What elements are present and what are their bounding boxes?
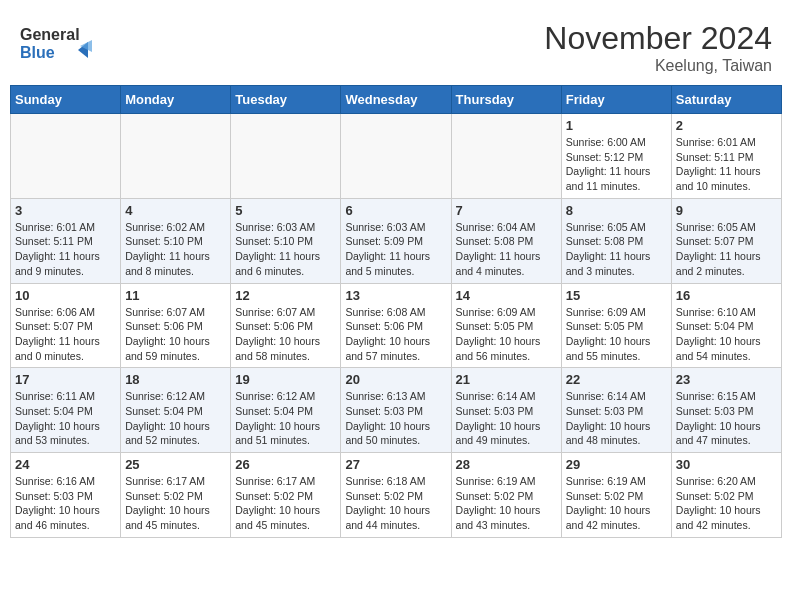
calendar-cell: 21Sunrise: 6:14 AMSunset: 5:03 PMDayligh… xyxy=(451,368,561,453)
calendar-cell: 13Sunrise: 6:08 AMSunset: 5:06 PMDayligh… xyxy=(341,283,451,368)
day-info: Sunrise: 6:01 AMSunset: 5:11 PMDaylight:… xyxy=(676,135,777,194)
day-info: Sunrise: 6:03 AMSunset: 5:10 PMDaylight:… xyxy=(235,220,336,279)
calendar-week-row: 1Sunrise: 6:00 AMSunset: 5:12 PMDaylight… xyxy=(11,114,782,199)
calendar-week-row: 10Sunrise: 6:06 AMSunset: 5:07 PMDayligh… xyxy=(11,283,782,368)
day-number: 4 xyxy=(125,203,226,218)
calendar-cell xyxy=(121,114,231,199)
day-number: 1 xyxy=(566,118,667,133)
day-number: 23 xyxy=(676,372,777,387)
day-info: Sunrise: 6:12 AMSunset: 5:04 PMDaylight:… xyxy=(125,389,226,448)
day-number: 19 xyxy=(235,372,336,387)
day-info: Sunrise: 6:14 AMSunset: 5:03 PMDaylight:… xyxy=(566,389,667,448)
calendar-cell: 14Sunrise: 6:09 AMSunset: 5:05 PMDayligh… xyxy=(451,283,561,368)
day-number: 18 xyxy=(125,372,226,387)
logo: General Blue xyxy=(20,20,100,69)
calendar-cell: 11Sunrise: 6:07 AMSunset: 5:06 PMDayligh… xyxy=(121,283,231,368)
calendar-cell: 17Sunrise: 6:11 AMSunset: 5:04 PMDayligh… xyxy=(11,368,121,453)
calendar-cell xyxy=(11,114,121,199)
calendar-cell: 15Sunrise: 6:09 AMSunset: 5:05 PMDayligh… xyxy=(561,283,671,368)
calendar-cell: 26Sunrise: 6:17 AMSunset: 5:02 PMDayligh… xyxy=(231,453,341,538)
day-number: 25 xyxy=(125,457,226,472)
day-number: 15 xyxy=(566,288,667,303)
day-number: 5 xyxy=(235,203,336,218)
location: Keelung, Taiwan xyxy=(544,57,772,75)
calendar-cell: 7Sunrise: 6:04 AMSunset: 5:08 PMDaylight… xyxy=(451,198,561,283)
day-info: Sunrise: 6:05 AMSunset: 5:07 PMDaylight:… xyxy=(676,220,777,279)
calendar-cell: 16Sunrise: 6:10 AMSunset: 5:04 PMDayligh… xyxy=(671,283,781,368)
calendar-cell: 19Sunrise: 6:12 AMSunset: 5:04 PMDayligh… xyxy=(231,368,341,453)
day-number: 20 xyxy=(345,372,446,387)
calendar-cell xyxy=(341,114,451,199)
day-number: 16 xyxy=(676,288,777,303)
day-info: Sunrise: 6:05 AMSunset: 5:08 PMDaylight:… xyxy=(566,220,667,279)
calendar-cell: 1Sunrise: 6:00 AMSunset: 5:12 PMDaylight… xyxy=(561,114,671,199)
day-info: Sunrise: 6:19 AMSunset: 5:02 PMDaylight:… xyxy=(456,474,557,533)
day-info: Sunrise: 6:02 AMSunset: 5:10 PMDaylight:… xyxy=(125,220,226,279)
calendar-cell: 9Sunrise: 6:05 AMSunset: 5:07 PMDaylight… xyxy=(671,198,781,283)
day-info: Sunrise: 6:16 AMSunset: 5:03 PMDaylight:… xyxy=(15,474,116,533)
weekday-header: Thursday xyxy=(451,86,561,114)
day-number: 22 xyxy=(566,372,667,387)
day-info: Sunrise: 6:10 AMSunset: 5:04 PMDaylight:… xyxy=(676,305,777,364)
day-info: Sunrise: 6:17 AMSunset: 5:02 PMDaylight:… xyxy=(235,474,336,533)
day-number: 26 xyxy=(235,457,336,472)
calendar-cell: 20Sunrise: 6:13 AMSunset: 5:03 PMDayligh… xyxy=(341,368,451,453)
day-number: 8 xyxy=(566,203,667,218)
calendar-cell: 6Sunrise: 6:03 AMSunset: 5:09 PMDaylight… xyxy=(341,198,451,283)
calendar-cell: 24Sunrise: 6:16 AMSunset: 5:03 PMDayligh… xyxy=(11,453,121,538)
weekday-header: Saturday xyxy=(671,86,781,114)
calendar-cell: 18Sunrise: 6:12 AMSunset: 5:04 PMDayligh… xyxy=(121,368,231,453)
calendar-cell: 5Sunrise: 6:03 AMSunset: 5:10 PMDaylight… xyxy=(231,198,341,283)
day-number: 14 xyxy=(456,288,557,303)
day-number: 10 xyxy=(15,288,116,303)
day-number: 29 xyxy=(566,457,667,472)
day-info: Sunrise: 6:08 AMSunset: 5:06 PMDaylight:… xyxy=(345,305,446,364)
day-info: Sunrise: 6:09 AMSunset: 5:05 PMDaylight:… xyxy=(456,305,557,364)
day-info: Sunrise: 6:07 AMSunset: 5:06 PMDaylight:… xyxy=(235,305,336,364)
day-info: Sunrise: 6:09 AMSunset: 5:05 PMDaylight:… xyxy=(566,305,667,364)
calendar-cell: 3Sunrise: 6:01 AMSunset: 5:11 PMDaylight… xyxy=(11,198,121,283)
calendar-cell xyxy=(231,114,341,199)
day-number: 6 xyxy=(345,203,446,218)
day-info: Sunrise: 6:13 AMSunset: 5:03 PMDaylight:… xyxy=(345,389,446,448)
day-number: 13 xyxy=(345,288,446,303)
month-title: November 2024 xyxy=(544,20,772,57)
day-info: Sunrise: 6:15 AMSunset: 5:03 PMDaylight:… xyxy=(676,389,777,448)
weekday-header: Monday xyxy=(121,86,231,114)
day-number: 21 xyxy=(456,372,557,387)
calendar-cell xyxy=(451,114,561,199)
day-number: 17 xyxy=(15,372,116,387)
calendar-cell: 28Sunrise: 6:19 AMSunset: 5:02 PMDayligh… xyxy=(451,453,561,538)
calendar-header-row: SundayMondayTuesdayWednesdayThursdayFrid… xyxy=(11,86,782,114)
calendar-cell: 22Sunrise: 6:14 AMSunset: 5:03 PMDayligh… xyxy=(561,368,671,453)
day-info: Sunrise: 6:03 AMSunset: 5:09 PMDaylight:… xyxy=(345,220,446,279)
day-number: 7 xyxy=(456,203,557,218)
calendar-cell: 8Sunrise: 6:05 AMSunset: 5:08 PMDaylight… xyxy=(561,198,671,283)
calendar-week-row: 3Sunrise: 6:01 AMSunset: 5:11 PMDaylight… xyxy=(11,198,782,283)
weekday-header: Friday xyxy=(561,86,671,114)
day-number: 3 xyxy=(15,203,116,218)
day-info: Sunrise: 6:04 AMSunset: 5:08 PMDaylight:… xyxy=(456,220,557,279)
calendar-cell: 23Sunrise: 6:15 AMSunset: 5:03 PMDayligh… xyxy=(671,368,781,453)
day-number: 27 xyxy=(345,457,446,472)
calendar-cell: 12Sunrise: 6:07 AMSunset: 5:06 PMDayligh… xyxy=(231,283,341,368)
day-number: 11 xyxy=(125,288,226,303)
weekday-header: Tuesday xyxy=(231,86,341,114)
day-info: Sunrise: 6:11 AMSunset: 5:04 PMDaylight:… xyxy=(15,389,116,448)
calendar-table: SundayMondayTuesdayWednesdayThursdayFrid… xyxy=(10,85,782,538)
day-info: Sunrise: 6:00 AMSunset: 5:12 PMDaylight:… xyxy=(566,135,667,194)
day-number: 30 xyxy=(676,457,777,472)
day-number: 2 xyxy=(676,118,777,133)
calendar-cell: 2Sunrise: 6:01 AMSunset: 5:11 PMDaylight… xyxy=(671,114,781,199)
day-number: 12 xyxy=(235,288,336,303)
weekday-header: Sunday xyxy=(11,86,121,114)
calendar-cell: 30Sunrise: 6:20 AMSunset: 5:02 PMDayligh… xyxy=(671,453,781,538)
day-number: 28 xyxy=(456,457,557,472)
svg-text:General: General xyxy=(20,26,80,43)
day-info: Sunrise: 6:18 AMSunset: 5:02 PMDaylight:… xyxy=(345,474,446,533)
title-area: November 2024 Keelung, Taiwan xyxy=(544,20,772,75)
calendar-cell: 10Sunrise: 6:06 AMSunset: 5:07 PMDayligh… xyxy=(11,283,121,368)
day-info: Sunrise: 6:17 AMSunset: 5:02 PMDaylight:… xyxy=(125,474,226,533)
logo-text: General Blue xyxy=(20,20,100,69)
page-header: General Blue November 2024 Keelung, Taiw… xyxy=(10,10,782,80)
